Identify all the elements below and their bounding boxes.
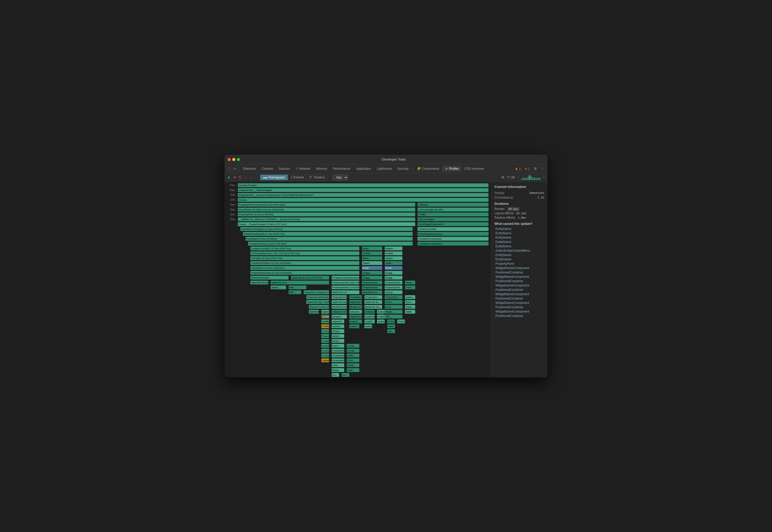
- fg-bar[interactable]: PropertyCo...: [385, 295, 402, 299]
- fg-bar[interactable]: Indicator (<0...: [377, 310, 385, 314]
- fg-bar[interactable]: styled.div (0.7ms of 78.5ms): [291, 276, 329, 280]
- fg-bar[interactable]: TreeStructu...: [397, 320, 405, 323]
- fg-bar[interactable]: WidgetsEditor__EditorWrapper: [238, 188, 488, 192]
- fg-bar[interactable]: Memo(Anonymo...: [251, 276, 288, 280]
- more-icon[interactable]: ⋮: [540, 166, 545, 171]
- fg-bar[interactable]: Table: [405, 310, 415, 314]
- fg-bar[interactable]: DatePicker...: [364, 315, 375, 318]
- fg-bar[interactable]: Context.Provider (<0.1ms of 93.7ms): [251, 247, 359, 250]
- tab-elements[interactable]: Elements: [241, 166, 259, 172]
- mobile-icon[interactable]: ▭: [232, 166, 237, 171]
- fg-bar[interactable]: Context.Provider: [417, 227, 488, 231]
- fg-bar[interactable]: Styled(...: [364, 324, 372, 328]
- fg-bar[interactable]: Conte...: [347, 349, 359, 353]
- fg-bar[interactable]: Edit...: [289, 285, 306, 289]
- record-button[interactable]: ●: [227, 175, 231, 180]
- reload-button[interactable]: ↺: [232, 175, 237, 180]
- fg-bar[interactable]: Styled(PaneWrapper) (1.2ms of 97ms): [241, 227, 413, 231]
- fg-bar[interactable]: Conte...: [347, 344, 359, 348]
- fg-bar[interactable]: styled.di...: [332, 320, 344, 323]
- fg-bar[interactable]: Bluep...: [332, 339, 344, 343]
- fg-bar[interactable]: Inner...: [332, 363, 344, 367]
- fg-bar[interactable]: Profiler (<0.1ms of 18...: [321, 324, 329, 328]
- fg-bar[interactable]: PropertyPane (0.2ms of 98.5ms): [238, 212, 415, 216]
- app-selector[interactable]: App: [333, 175, 348, 180]
- fg-bar[interactable]: styledComponents_...: [321, 344, 329, 348]
- tab-performance[interactable]: Performance: [330, 166, 353, 172]
- fg-bar[interactable]: Dragg...: [385, 276, 402, 280]
- fg-bar[interactable]: Error...: [385, 305, 402, 309]
- tab-flamegraph[interactable]: ▬▬ Flamegraph: [260, 175, 288, 180]
- prev-commit-button[interactable]: ←: [516, 175, 520, 179]
- fg-bar[interactable]: Positi...: [385, 266, 402, 270]
- fg-bar[interactable]: ActionCreat...: [377, 320, 385, 323]
- fg-bar[interactable]: PropertySecti...: [385, 281, 402, 284]
- fg-bar[interactable]: PropertyCo...: [349, 295, 362, 299]
- fg-bar[interactable]: PropertyContro...: [332, 295, 347, 299]
- fg-bar[interactable]: PropertySecti...: [385, 285, 402, 289]
- fg-bar[interactable]: Boxed (<0.1ms of 27.7ms): [309, 305, 329, 309]
- fg-bar[interactable]: styled....: [332, 334, 344, 338]
- fg-bar[interactable]: CanvasWidget: [417, 217, 488, 221]
- fg-bar[interactable]: PropertyPaneView (0.1ms of 93.6ms): [251, 271, 359, 275]
- fg-bar[interactable]: Blueprint4.Collapse (<0.1ms of 61.8ms): [304, 290, 329, 294]
- fg-bar[interactable]: styled.div key="1hs90hg5mm" (2.4ms...: [306, 300, 329, 304]
- fg-bar[interactable]: EvaluatedValue...: [332, 354, 344, 357]
- fg-bar[interactable]: Profiler: [385, 251, 402, 255]
- fg-bar[interactable]: Cont...: [347, 358, 359, 362]
- fg-bar[interactable]: Bluep...: [332, 368, 344, 372]
- inspect-icon[interactable]: ⬚: [227, 166, 232, 171]
- fg-bar[interactable]: PropertySecti...: [362, 281, 382, 284]
- fg-bar[interactable]: Meta...: [362, 247, 382, 250]
- fg-bar[interactable]: styled.div...: [309, 310, 319, 314]
- fg-bar[interactable]: TransitionGroup (0.1ms of 93.8ms): [248, 242, 413, 246]
- fg-bar[interactable]: Resiz...: [405, 281, 415, 284]
- fg-bar[interactable]: DropTargetComponen...: [417, 232, 488, 236]
- fg-bar[interactable]: Susp...: [405, 305, 415, 309]
- tab-ranked[interactable]: ≡ Ranked: [288, 175, 307, 180]
- fg-bar[interactable]: styl...: [387, 329, 395, 333]
- fg-bar[interactable]: ContainerComponent...: [417, 242, 488, 246]
- next-commit-button[interactable]: →: [542, 175, 545, 179]
- tab-components[interactable]: 🧩 Components: [414, 166, 442, 172]
- fg-bar[interactable]: CodeEditorControl ke...: [321, 315, 329, 318]
- fg-bar[interactable]: Indicator (<0.1ms of 1...: [332, 310, 347, 314]
- fg-bar[interactable]: style...: [347, 368, 359, 372]
- fg-bar[interactable]: DatePi...: [349, 324, 360, 328]
- fg-bar[interactable]: Blueprint4.Co...: [362, 290, 382, 294]
- tab-application[interactable]: Application: [353, 166, 374, 172]
- fg-bar[interactable]: Styled(...: [332, 324, 344, 328]
- fg-bar[interactable]: ReactRedux.Provider (<0.1ms of 98.5ms): [238, 208, 415, 211]
- fg-bar[interactable]: CSSTransition key=".$1" (<0.1ms of 93.7m…: [251, 251, 359, 255]
- fg-bar[interactable]: styled.div (<0...: [332, 290, 360, 294]
- tab-memory[interactable]: Memory: [314, 166, 330, 172]
- fg-bar[interactable]: Positi...: [362, 266, 382, 270]
- fg-bar[interactable]: Refer...: [347, 354, 359, 357]
- fg-bar[interactable]: DropTargetComponent...: [417, 222, 488, 226]
- fg-bar[interactable]: MetaH...: [385, 247, 402, 250]
- fg-bar[interactable]: EvaluatedValue...: [321, 354, 329, 357]
- fg-bar[interactable]: __WEBPACK_DEFAULT_EXPORT__ (0.2ms of 98.…: [238, 217, 415, 221]
- tab-profiler[interactable]: ⏺ Profiler: [442, 166, 461, 172]
- fg-bar[interactable]: PanelStack (0.2ms of 94ms): [246, 237, 413, 241]
- fg-bar[interactable]: EvaluatedValue...: [332, 349, 344, 353]
- fg-bar[interactable]: EvaluatedValue...: [321, 349, 329, 353]
- tab-console[interactable]: Console: [259, 166, 276, 172]
- fg-bar[interactable]: PanelView (<0.1ms of 93.6ms): [251, 266, 359, 270]
- import-button[interactable]: ↑: [244, 175, 248, 180]
- fg-bar[interactable]: WidgetsEditor__CanvasContainer key="6133…: [238, 193, 488, 197]
- fg-bar[interactable]: Popper__PopperWrapper (0.9ms of 97.9ms): [238, 222, 415, 226]
- fg-bar[interactable]: styled....: [271, 285, 286, 289]
- tab-timeline[interactable]: ⏱ Timeline: [307, 175, 328, 180]
- fg-bar[interactable]: styled.div (2.6...: [271, 281, 329, 284]
- fg-bar[interactable]: Tab...: [385, 315, 402, 318]
- fg-bar[interactable]: Resiz...: [385, 300, 402, 304]
- settings-icon[interactable]: ⚙: [533, 166, 538, 171]
- fg-bar[interactable]: DropDo...: [332, 315, 347, 318]
- fg-bar[interactable]: CanvasWidget (profiler...: [417, 208, 488, 211]
- fg-bar[interactable]: Field...: [387, 324, 395, 328]
- maximize-button[interactable]: [237, 158, 240, 161]
- fg-bar[interactable]: Edit...: [289, 290, 301, 294]
- fg-bar[interactable]: Dropd...: [332, 329, 344, 333]
- fg-bar[interactable]: profiler(Connect(Cod...: [321, 320, 329, 323]
